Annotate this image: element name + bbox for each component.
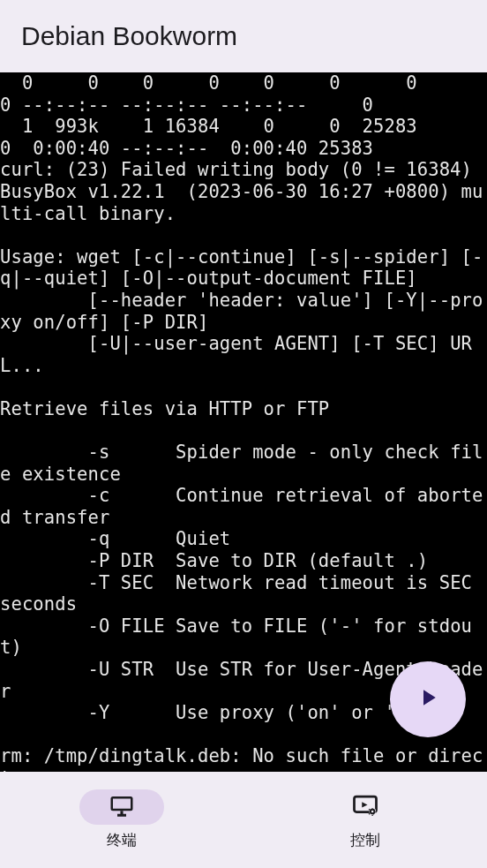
nav-item-terminal[interactable]: 终端 xyxy=(0,772,244,868)
nav-icon-pill xyxy=(79,789,164,825)
svg-rect-1 xyxy=(113,799,131,809)
bottom-nav: 终端 控制 xyxy=(0,772,487,868)
nav-label-control: 控制 xyxy=(350,830,380,850)
nav-icon-pill xyxy=(323,789,408,825)
monitor-icon xyxy=(109,792,135,822)
app-header: Debian Bookworm xyxy=(0,0,487,72)
play-icon xyxy=(415,684,441,714)
nav-item-control[interactable]: 控制 xyxy=(244,772,487,868)
run-button[interactable] xyxy=(390,661,466,737)
nav-label-terminal: 终端 xyxy=(107,830,137,850)
page-title: Debian Bookworm xyxy=(21,21,237,51)
control-icon xyxy=(352,792,378,822)
